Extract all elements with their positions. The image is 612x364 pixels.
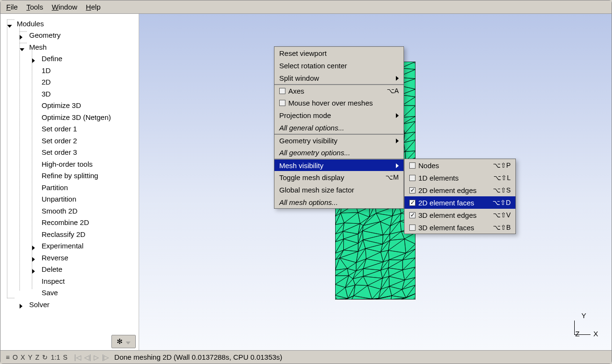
- statusbar-button[interactable]: ↻: [41, 353, 49, 361]
- tree-mesh-item[interactable]: Optimize 3D: [5, 100, 137, 112]
- context-menu-item[interactable]: All general options...: [274, 121, 404, 134]
- tree-mesh-item[interactable]: Define: [5, 53, 137, 65]
- tree-label: Geometry: [29, 31, 61, 39]
- menu-item-label: Global mesh size factor: [279, 186, 399, 194]
- submenu-arrow-icon: [396, 137, 399, 145]
- tree-mesh-item[interactable]: 3D: [5, 88, 137, 100]
- tree-mesh-item[interactable]: Delete: [5, 264, 137, 276]
- checkbox-icon: [409, 225, 415, 231]
- statusbar-button[interactable]: Y: [26, 353, 33, 361]
- tree-mesh-item[interactable]: Recombine 2D: [5, 217, 137, 229]
- tree-label: 3D: [42, 90, 51, 98]
- tree-modules[interactable]: Modules: [5, 18, 137, 30]
- playback-button[interactable]: ▷: [92, 353, 100, 361]
- menu-item-label: Toggle mesh display: [279, 173, 385, 182]
- context-menu-item[interactable]: Projection mode: [274, 109, 404, 121]
- tree-mesh-item[interactable]: Smooth 2D: [5, 205, 137, 217]
- tree-mesh-item[interactable]: Optimize 3D (Netgen): [5, 111, 137, 123]
- context-menu-item[interactable]: Toggle mesh display⌥M: [274, 171, 404, 183]
- context-submenu-mesh-visibility: Nodes⌥⇧P1D elements⌥⇧L2D element edges⌥⇧…: [404, 159, 516, 234]
- tree-mesh-item[interactable]: High-order tools: [5, 158, 137, 170]
- accelerator-label: ⌥M: [385, 173, 399, 181]
- menu-help[interactable]: Help: [86, 3, 101, 11]
- triangle-right-icon: [32, 255, 39, 260]
- accelerator-label: ⌥⇧L: [493, 174, 511, 182]
- triangle-right-icon: [32, 244, 39, 248]
- statusbar: ≡OXYZ↻1:1S |◁◁|▷|▷ Done meshing 2D (Wall…: [0, 350, 612, 364]
- accelerator-label: ⌥⇧D: [492, 199, 511, 206]
- tree-mesh-item[interactable]: Unpartition: [5, 193, 137, 205]
- menu-tools[interactable]: Tools: [26, 3, 43, 11]
- options-button[interactable]: ✻: [111, 335, 136, 348]
- triangle-down-icon: [20, 44, 26, 49]
- tree-label: Experimental: [42, 242, 84, 250]
- accelerator-label: ⌥A: [387, 87, 399, 95]
- tree-solver[interactable]: Solver: [5, 299, 137, 310]
- checkbox-icon: [409, 200, 415, 206]
- tree-mesh-item[interactable]: Refine by splitting: [5, 170, 137, 182]
- context-menu-item[interactable]: 2D element faces⌥⇧D: [404, 196, 515, 209]
- menu-item-label: 2D element faces: [418, 199, 492, 207]
- tree-geometry[interactable]: Geometry: [5, 30, 137, 42]
- menu-item-label: 1D elements: [418, 174, 493, 182]
- tree-label: Mesh: [29, 43, 47, 51]
- tree-mesh-item[interactable]: Partition: [5, 182, 137, 193]
- context-menu-item[interactable]: Mouse hover over meshes: [274, 96, 404, 109]
- statusbar-button[interactable]: Z: [34, 353, 41, 361]
- tree-mesh-item[interactable]: 2D: [5, 76, 137, 88]
- tree-mesh-item[interactable]: Save: [5, 287, 137, 299]
- tree-mesh[interactable]: Mesh: [5, 41, 137, 53]
- viewport-3d[interactable]: Y Z X Reset viewportSelect rotation cent…: [139, 14, 612, 350]
- context-menu-item[interactable]: Global mesh size factor: [274, 183, 404, 196]
- playback-button[interactable]: |◁: [73, 353, 83, 361]
- context-menu-item[interactable]: Select rotation center: [274, 59, 404, 72]
- submenu-arrow-icon: [396, 111, 399, 119]
- menu-item-label: 2D element edges: [418, 186, 493, 194]
- module-tree: Modules Geometry Mesh Define1D2D3DOptimi…: [0, 14, 139, 333]
- statusbar-button[interactable]: O: [11, 353, 19, 361]
- menubar: File Tools Window Help: [0, 0, 612, 14]
- submenu-arrow-icon: [396, 161, 399, 170]
- tree-label: Smooth 2D: [42, 207, 77, 215]
- triangle-down-icon: [7, 21, 14, 26]
- menu-item-label: Nodes: [418, 161, 493, 170]
- menu-window[interactable]: Window: [52, 3, 77, 11]
- playback-button[interactable]: |▷: [100, 353, 110, 361]
- statusbar-button[interactable]: ≡: [4, 353, 11, 361]
- tree-label: Inspect: [42, 277, 65, 285]
- context-menu-item[interactable]: Reset viewport: [274, 47, 404, 59]
- context-menu-item[interactable]: Nodes⌥⇧P: [404, 159, 515, 171]
- playback-button[interactable]: ◁|: [83, 353, 93, 361]
- context-menu-item[interactable]: 3D element edges⌥⇧V: [404, 209, 515, 221]
- statusbar-button[interactable]: X: [19, 353, 26, 361]
- triangle-right-icon: [32, 56, 39, 61]
- tree-mesh-item[interactable]: Reclassify 2D: [5, 228, 137, 240]
- tree-label: Set order 1: [42, 125, 77, 133]
- context-menu-item[interactable]: All mesh options...: [274, 196, 404, 208]
- tree-mesh-item[interactable]: Set order 3: [5, 147, 137, 159]
- triangle-right-icon: [20, 33, 26, 38]
- tree-label: Optimize 3D: [42, 101, 81, 109]
- context-menu-item[interactable]: Geometry visibility: [274, 134, 404, 146]
- context-menu-item[interactable]: 3D element faces⌥⇧B: [404, 221, 515, 234]
- checkbox-icon: [409, 212, 415, 218]
- context-menu-item[interactable]: Split window: [274, 72, 404, 84]
- checkbox-icon: [279, 100, 285, 106]
- tree-mesh-item[interactable]: Experimental: [5, 240, 137, 252]
- tree-mesh-item[interactable]: Set order 1: [5, 123, 137, 135]
- context-menu-item[interactable]: Mesh visibility: [274, 159, 404, 171]
- context-menu-item[interactable]: All geometry options...: [274, 146, 404, 159]
- menu-item-label: All geometry options...: [279, 149, 399, 157]
- context-menu-item[interactable]: 2D element edges⌥⇧S: [404, 184, 515, 196]
- menu-file[interactable]: File: [6, 3, 18, 11]
- menu-item-label: Geometry visibility: [279, 137, 396, 145]
- statusbar-button[interactable]: S: [62, 353, 69, 361]
- tree-mesh-item[interactable]: 1D: [5, 64, 137, 76]
- tree-mesh-item[interactable]: Set order 2: [5, 135, 137, 147]
- context-menu-item[interactable]: 1D elements⌥⇧L: [404, 171, 515, 184]
- tree-mesh-item[interactable]: Inspect: [5, 275, 137, 287]
- triangle-right-icon: [20, 302, 26, 307]
- context-menu-item[interactable]: Axes⌥A: [274, 84, 404, 96]
- statusbar-button[interactable]: 1:1: [49, 353, 61, 361]
- tree-mesh-item[interactable]: Reverse: [5, 252, 137, 264]
